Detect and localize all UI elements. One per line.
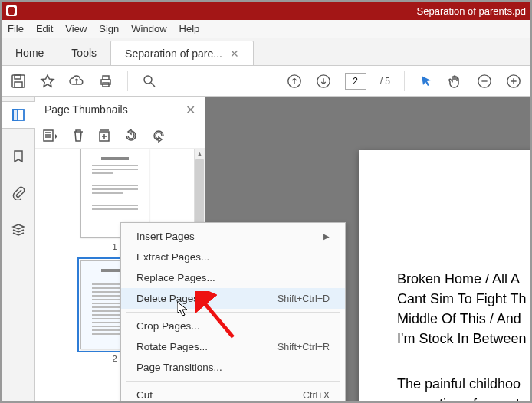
context-menu: Insert Pages▶ Extract Pages... Replace P… [120,222,346,403]
rotate-cw-icon[interactable] [152,129,166,143]
tab-document-label: Separation of pare... [125,48,222,60]
close-panel-icon[interactable]: ✕ [186,103,195,117]
toolbar-separator [127,71,128,91]
zoom-in-icon[interactable] [506,74,521,89]
ctx-delete-pages[interactable]: Delete Pages...Shift+Ctrl+D [121,288,345,309]
scroll-up-icon[interactable]: ▲ [195,149,205,159]
menu-file[interactable]: File [8,23,24,34]
toolbar-separator [404,71,405,91]
page-up-icon[interactable] [287,74,302,89]
tab-document[interactable]: Separation of pare... ✕ [110,41,254,65]
svg-rect-1 [15,75,21,79]
tab-bar: Home Tools Separation of pare... ✕ [2,38,530,66]
svg-rect-12 [13,110,18,120]
menu-sign[interactable]: Sign [99,23,119,34]
tab-tools[interactable]: Tools [57,41,110,65]
save-icon[interactable] [11,74,26,89]
tab-close-icon[interactable]: ✕ [230,48,239,60]
side-tab-strip [2,97,35,401]
app-icon [6,5,17,16]
main-toolbar: / 5 [2,66,530,97]
page-paragraph-1: Broken Home / All ACant Sim To Fight ThM… [397,269,530,349]
ctx-rotate-pages[interactable]: Rotate Pages...Shift+Ctrl+R [121,336,345,357]
svg-point-6 [144,76,152,84]
hand-tool-icon[interactable] [448,74,463,89]
svg-rect-4 [103,76,109,80]
shortcut-label: Shift+Ctrl+R [277,342,330,352]
context-menu-separator [126,381,340,382]
ctx-cut[interactable]: CutCtrl+X [121,385,345,403]
shortcut-label: Ctrl+X [303,390,330,401]
menu-view[interactable]: View [65,23,87,34]
ctx-insert-pages[interactable]: Insert Pages▶ [121,226,345,247]
thumbnails-header: Page Thumbnails ✕ [35,97,205,123]
page-number-input[interactable] [345,73,366,90]
svg-rect-2 [15,82,22,87]
shortcut-label: Shift+Ctrl+D [277,293,330,304]
cloud-upload-icon[interactable] [69,74,84,89]
menu-edit[interactable]: Edit [36,23,53,34]
menu-window[interactable]: Window [131,23,166,34]
ctx-extract-pages[interactable]: Extract Pages... [121,247,345,267]
thumbnails-tab-icon[interactable] [2,101,35,129]
menu-help[interactable]: Help [179,23,200,34]
star-icon[interactable] [40,74,55,89]
print-icon[interactable] [98,74,113,89]
rotate-ccw-icon[interactable] [124,129,138,143]
page-down-icon[interactable] [316,74,331,89]
menu-bar: File Edit View Sign Window Help [2,20,530,38]
select-tool-icon[interactable] [419,74,434,89]
ctx-page-transitions[interactable]: Page Transitions... [121,357,345,378]
zoom-out-icon[interactable] [477,74,492,89]
page-paragraph-2: The painful childhooseparation of parent… [397,374,530,401]
ctx-crop-pages[interactable]: Crop Pages... [121,316,345,336]
search-icon[interactable] [142,74,157,89]
window-title: Separation of parents.pd [417,5,526,17]
insert-thumb-icon[interactable] [98,129,110,143]
page-heading: Separation ofan [397,181,530,244]
tab-home[interactable]: Home [2,41,57,65]
svg-rect-13 [44,130,53,141]
document-page: Separation ofan Broken Home / All ACant … [359,150,530,401]
context-menu-separator [126,312,340,313]
title-bar: Separation of parents.pd [2,2,530,20]
bookmarks-tab-icon[interactable] [9,147,28,165]
delete-thumb-icon[interactable] [72,129,84,143]
thumb-options-icon[interactable] [43,129,58,142]
ctx-replace-pages[interactable]: Replace Pages... [121,267,345,288]
submenu-arrow-icon: ▶ [323,232,330,241]
thumbnails-title: Page Thumbnails [44,103,128,116]
page-total-label: / 5 [380,76,390,87]
attachments-tab-icon[interactable] [9,184,28,202]
thumbnails-toolbar [35,123,205,149]
layers-tab-icon[interactable] [9,221,28,239]
